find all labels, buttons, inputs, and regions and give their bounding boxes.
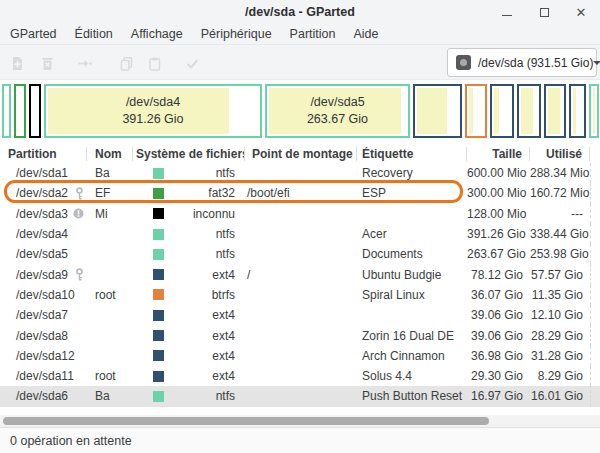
partition-size: 39.06 Gio <box>467 308 530 322</box>
partition-used: 16.01 Gio <box>530 389 590 403</box>
disk-segment-sda5[interactable]: /dev/sda5263.67 Gio <box>265 84 410 138</box>
partition-name-column: Mi <box>87 207 133 221</box>
copy-icon <box>118 55 135 72</box>
table-row-sda11[interactable]: /dev/sda11 root ext4 Solus 4.4 29.30 Gio… <box>0 366 600 386</box>
table-row-sda4[interactable]: /dev/sda4 ntfs Acer 391.26 Gio 338.44 Gi… <box>0 224 600 244</box>
partition-name-column: root <box>87 288 133 302</box>
table-row-sda1[interactable]: /dev/sda1 Ba ntfs Recovery 600.00 Mio 28… <box>0 163 600 183</box>
resize-move-button[interactable] <box>72 51 96 75</box>
row-spacer <box>590 386 600 406</box>
disk-visualization: /dev/sda4391.26 Gio/dev/sda5263.67 Gio <box>2 84 600 138</box>
filesystem-name: ntfs <box>216 166 245 180</box>
partition-name: /dev/sda7 <box>16 308 68 322</box>
scrollbar-thumb[interactable] <box>3 417 489 425</box>
table-row-sda10[interactable]: /dev/sda10 root btrfs Spiral Linux 36.07… <box>0 285 600 305</box>
table-row-sda2[interactable]: /dev/sda2 EF fat32 /boot/efi ESP 300.00 … <box>0 183 600 203</box>
menu-item-aide[interactable]: Aide <box>344 24 387 44</box>
filesystem-name: ext4 <box>212 268 245 282</box>
disk-segment-sda12[interactable] <box>544 84 566 138</box>
table-row-sda3[interactable]: /dev/sda3 Mi inconnu 128.00 Mio --- <box>0 204 600 224</box>
partition-used: 57.57 Gio <box>530 268 590 282</box>
partition-name: /dev/sda10 <box>16 288 75 302</box>
menu-item-peripherique[interactable]: Périphérique <box>192 24 281 44</box>
partition-name: /dev/sda9 <box>16 268 68 282</box>
filesystem-name: inconnu <box>193 207 245 221</box>
filesystem-color-swatch <box>153 188 164 199</box>
disk-segment-sda8[interactable] <box>517 84 541 138</box>
partition-size: 16.97 Gio <box>467 389 530 403</box>
menu-item-affichage[interactable]: Affichage <box>122 24 192 44</box>
disk-segment-sda9[interactable] <box>413 84 462 138</box>
pending-operations-text: 0 opération en attente <box>0 434 132 448</box>
disk-visualization-area: /dev/sda4391.26 Gio/dev/sda5263.67 Gio <box>0 80 600 141</box>
maximize-button[interactable] <box>535 3 553 21</box>
paste-icon <box>146 55 163 72</box>
table-row-sda8[interactable]: /dev/sda8 ext4 Zorin 16 Dual DE 39.06 Gi… <box>0 325 600 345</box>
table-row-sda7[interactable]: /dev/sda7 ext4 39.06 Gio 12.10 Gio <box>0 305 600 325</box>
disk-segment-sda10[interactable] <box>465 84 487 138</box>
disk-segment-sda6[interactable] <box>589 84 599 138</box>
row-spacer <box>590 204 600 224</box>
header-spacer <box>590 147 600 161</box>
paste-button[interactable] <box>142 51 166 75</box>
horizontal-scrollbar[interactable] <box>0 415 600 427</box>
delete-partition-button[interactable] <box>35 51 59 75</box>
maximize-icon <box>540 8 549 17</box>
partition-used: 338.44 Gio <box>530 227 590 241</box>
partition-name: /dev/sda6 <box>16 389 68 403</box>
row-spacer <box>590 224 600 244</box>
disk-segment-sda7[interactable] <box>490 84 514 138</box>
disk-segment-sda11[interactable] <box>569 84 586 138</box>
filesystem-name: ext4 <box>212 308 245 322</box>
filesystem-color-swatch <box>153 269 164 280</box>
partition-used: 160.72 Mio <box>530 186 590 200</box>
row-spacer <box>590 325 600 345</box>
device-selector-label: /dev/sda (931.51 Gio) <box>478 56 593 70</box>
disk-segment-sda1[interactable] <box>2 84 11 138</box>
table-row-sda6[interactable]: /dev/sda6 Ba ntfs Push Button Reset 16.9… <box>0 386 600 406</box>
filesystem-color-swatch <box>153 391 164 402</box>
partition-name: /dev/sda5 <box>16 247 68 261</box>
partition-label: Spiral Linux <box>357 288 467 302</box>
warning-icon <box>73 208 84 219</box>
disk-segment-sda4[interactable]: /dev/sda4391.26 Gio <box>44 84 262 138</box>
minimize-button[interactable] <box>498 3 516 21</box>
partition-used: 253.98 Gio <box>530 247 590 261</box>
filesystem-name: ext4 <box>212 349 245 363</box>
partition-name: /dev/sda12 <box>16 349 75 363</box>
partition-name: /dev/sda8 <box>16 329 68 343</box>
partition-name-column: root <box>87 369 133 383</box>
partition-name-column: Ba <box>87 166 133 180</box>
disk-segment-label: /dev/sda5263.67 Gio <box>267 86 408 136</box>
partition-used: 28.29 Gio <box>530 329 590 343</box>
filesystem-color-swatch <box>153 229 164 240</box>
partition-used: 31.28 Gio <box>530 349 590 363</box>
partition-used: 8.29 Gio <box>530 369 590 383</box>
menu-item-gparted[interactable]: GParted <box>1 24 66 44</box>
key-icon <box>75 187 84 200</box>
filesystem-color-swatch <box>153 310 164 321</box>
document-plus-icon <box>9 55 26 72</box>
disk-segment-sda3[interactable] <box>29 84 41 138</box>
close-button[interactable]: ✕ <box>572 3 590 21</box>
menu-item-edition[interactable]: Édition <box>66 24 122 44</box>
partition-size: 263.67 Gio <box>467 247 530 261</box>
new-partition-button[interactable] <box>5 51 29 75</box>
table-header: Partition Nom Système de fichiers Point … <box>0 145 600 163</box>
mount-point: / <box>245 268 357 282</box>
copy-button[interactable] <box>114 51 138 75</box>
partition-size: 128.00 Mio <box>467 207 530 221</box>
table-row-sda5[interactable]: /dev/sda5 ntfs Documents 263.67 Gio 253.… <box>0 244 600 264</box>
apply-button[interactable] <box>180 51 204 75</box>
partition-table: Partition Nom Système de fichiers Point … <box>0 141 600 407</box>
table-row-sda12[interactable]: /dev/sda12 ext4 Arch Cinnamon 36.98 Gio … <box>0 346 600 366</box>
header-mount-point: Point de montage <box>245 147 357 161</box>
device-selector[interactable]: /dev/sda (931.51 Gio) <box>447 48 597 77</box>
table-row-sda9[interactable]: /dev/sda9 ext4 / Ubuntu Budgie 78.12 Gio… <box>0 264 600 284</box>
window-controls: ✕ <box>498 0 590 24</box>
disk-segment-sda2[interactable] <box>14 84 26 138</box>
menu-item-partition[interactable]: Partition <box>281 24 345 44</box>
partition-label: Arch Cinnamon <box>357 349 467 363</box>
filesystem-name: ntfs <box>216 247 245 261</box>
header-nom: Nom <box>87 147 133 161</box>
